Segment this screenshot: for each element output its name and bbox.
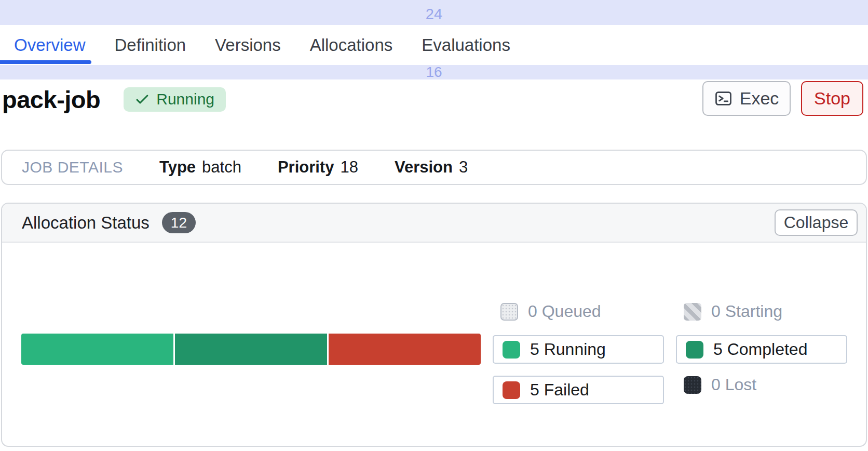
tab-definition[interactable]: Definition [115, 35, 186, 55]
page-title: pack-job [2, 85, 100, 114]
allocation-status-panel: Allocation Status 12 Collapse 0 Queued 5… [1, 203, 867, 447]
job-detail-version: Version 3 [395, 158, 468, 177]
spacing-overlay-middle-label: 16 [426, 64, 442, 81]
job-details-heading: JOB DETAILS [22, 158, 123, 176]
spacing-overlay-top: 24 [0, 0, 868, 25]
tab-overview[interactable]: Overview [14, 35, 86, 55]
job-detail-type-label: Type [159, 158, 196, 177]
spacing-overlay-top-label: 24 [426, 6, 442, 23]
stop-button[interactable]: Stop [801, 81, 863, 116]
bar-segment-completed[interactable] [175, 334, 327, 365]
allocation-count-badge: 12 [162, 212, 196, 233]
job-status-badge: Running [124, 87, 226, 112]
queued-swatch-icon [500, 303, 518, 321]
legend-label-queued: 0 Queued [528, 302, 601, 321]
job-detail-type: Type batch [159, 158, 241, 177]
legend-label-completed: 5 Completed [713, 340, 807, 359]
exec-button-label: Exec [740, 88, 779, 109]
spacing-overlay-middle: 16 [0, 65, 868, 79]
job-detail-version-label: Version [395, 158, 453, 177]
collapse-button-label: Collapse [784, 213, 849, 232]
legend-item-queued: 0 Queued [500, 302, 601, 321]
starting-swatch-icon [684, 303, 701, 321]
check-icon [135, 92, 150, 107]
collapse-button[interactable]: Collapse [775, 209, 858, 236]
job-details-panel: JOB DETAILS Type batch Priority 18 Versi… [1, 150, 867, 185]
stop-button-label: Stop [814, 88, 850, 108]
running-swatch-icon [503, 341, 520, 359]
allocation-stacked-bar [21, 334, 481, 365]
job-detail-priority-label: Priority [278, 158, 334, 177]
page-header-left: pack-job Running [2, 81, 226, 117]
legend-label-running: 5 Running [530, 340, 606, 359]
exec-button[interactable]: Exec [702, 81, 791, 116]
job-tab-bar: Overview Definition Versions Allocations… [0, 25, 868, 65]
legend-item-failed[interactable]: 5 Failed [493, 376, 664, 404]
terminal-icon [714, 89, 733, 108]
legend-label-lost: 0 Lost [711, 375, 756, 394]
job-status-label: Running [156, 90, 214, 108]
nomad-job-overview-page: 24 Overview Definition Versions Allocati… [0, 0, 868, 451]
legend-label-failed: 5 Failed [530, 380, 589, 400]
page-header: pack-job Running Exec Stop [0, 79, 868, 150]
job-actions: Exec Stop [702, 81, 863, 116]
tab-versions[interactable]: Versions [215, 35, 281, 55]
tab-evaluations[interactable]: Evaluations [422, 35, 510, 55]
lost-swatch-icon [684, 376, 701, 394]
job-detail-type-value: batch [202, 158, 241, 177]
legend-item-starting: 0 Starting [684, 302, 782, 321]
bar-segment-failed[interactable] [329, 334, 481, 365]
bar-segment-running[interactable] [21, 334, 173, 365]
failed-swatch-icon [503, 381, 520, 399]
tab-allocations[interactable]: Allocations [310, 35, 393, 55]
allocation-status-header: Allocation Status 12 Collapse [2, 204, 866, 243]
legend-item-completed[interactable]: 5 Completed [676, 335, 847, 364]
legend-item-lost: 0 Lost [684, 376, 756, 394]
allocation-status-body: 0 Queued 5 Running 5 Failed 0 Starting [2, 243, 866, 447]
completed-swatch-icon [686, 341, 703, 359]
job-detail-version-value: 3 [459, 158, 468, 177]
allocation-status-title: Allocation Status [22, 213, 150, 233]
legend-item-running[interactable]: 5 Running [493, 335, 664, 364]
legend-label-starting: 0 Starting [711, 302, 782, 321]
job-detail-priority-value: 18 [340, 158, 358, 177]
job-detail-priority: Priority 18 [278, 158, 358, 177]
active-tab-underline [0, 60, 91, 64]
